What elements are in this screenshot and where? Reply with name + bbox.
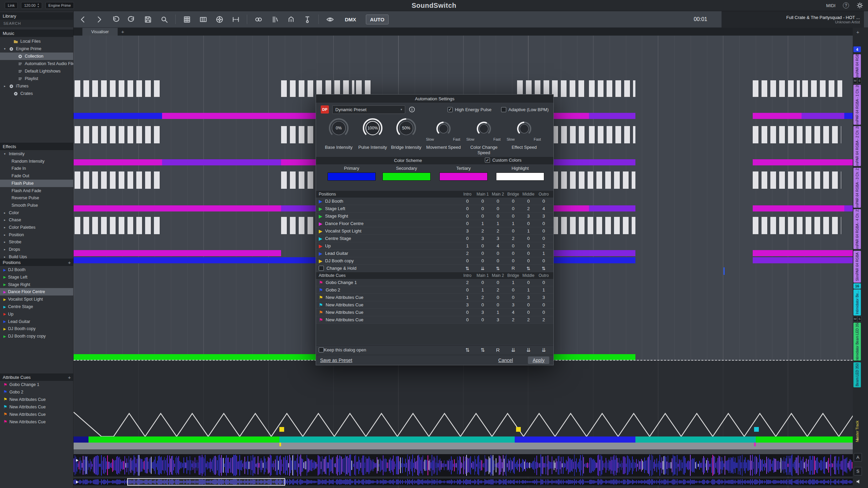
group-arrow-icon[interactable]: ▸ (3, 240, 7, 244)
cue-count-cell[interactable]: 0 (506, 243, 521, 248)
effect-item-flash-and-fade[interactable]: Flash And Fade (0, 187, 74, 195)
position-row[interactable]: ▶DJ Booth000000 (316, 198, 553, 205)
cue-count-cell[interactable]: 0 (536, 280, 551, 285)
cue-count-cell[interactable]: 3 (490, 317, 506, 322)
bridge-intensity-knob[interactable]: 50% (396, 118, 417, 139)
attribute-cue-row[interactable]: ⚑New Attributes Cue031400 (316, 309, 553, 316)
intensity-block[interactable] (75, 171, 162, 189)
cue-count-cell[interactable]: 2 (521, 317, 536, 322)
transition-mode-icon[interactable]: ⇊ (521, 347, 536, 353)
position-item-dj-booth-copy-copy[interactable]: ▶DJ Booth copy copy (0, 332, 74, 340)
color-block[interactable] (753, 205, 844, 211)
grid-icon[interactable] (182, 14, 192, 24)
intensity-block[interactable] (552, 80, 586, 97)
info-icon[interactable] (409, 106, 415, 113)
add-fixture-button[interactable]: + (854, 29, 862, 35)
level-segment[interactable] (635, 436, 756, 443)
level-segment[interactable] (515, 436, 635, 443)
cue-count-cell[interactable]: 0 (475, 251, 490, 256)
cue-count-cell[interactable]: 3 (506, 302, 521, 307)
change-hold-checkbox[interactable]: ✓ (319, 266, 324, 271)
secondary-color-swatch[interactable] (382, 172, 431, 181)
fixture-track[interactable]: SlimPAR 64 RGBA - 3 Ch: 213 (853, 168, 861, 208)
cue-lane[interactable] (74, 443, 853, 449)
level-segment[interactable] (756, 436, 868, 443)
transition-mode-icon[interactable]: ⇅ (475, 347, 490, 353)
preset-dropdown[interactable]: Dynamic Preset ▾ (332, 105, 405, 114)
position-row[interactable]: ▶DJ Booth copy000000 (316, 257, 553, 265)
custom-colors-option[interactable]: ✓ Custom Colors (485, 158, 521, 163)
cue-count-cell[interactable]: 2 (536, 243, 551, 248)
cue-count-cell[interactable]: 0 (475, 302, 490, 307)
link-icon[interactable] (253, 14, 263, 24)
library-header[interactable]: Library (0, 12, 74, 20)
position-row[interactable]: ▶Centre Stage033200 (316, 235, 553, 242)
color-block[interactable] (589, 113, 635, 119)
effects-group-color-palettes[interactable]: ▸Color Palettes (0, 224, 74, 231)
position-item-vocalist-spot-light[interactable]: ▶Vocalist Spot Light (0, 296, 74, 303)
transition-mode-icon[interactable]: R (506, 266, 521, 271)
color-block[interactable] (844, 205, 853, 211)
cue-count-cell[interactable]: 3 (536, 295, 551, 300)
cue-count-cell[interactable]: 0 (506, 206, 521, 211)
cue-count-cell[interactable]: 0 (475, 199, 490, 204)
keep-dialog-option[interactable]: ✓Keep this dialog open (319, 347, 460, 353)
intensity-block[interactable] (589, 126, 635, 143)
cue-count-cell[interactable]: 0 (536, 302, 551, 307)
cue-count-cell[interactable]: 0 (506, 214, 521, 219)
cue-count-cell[interactable]: 3 (521, 295, 536, 300)
cue-count-cell[interactable]: 0 (460, 310, 475, 315)
cue-count-cell[interactable]: 0 (460, 214, 475, 219)
cue-count-cell[interactable]: 0 (506, 199, 521, 204)
cue-marker[interactable] (279, 427, 284, 432)
attribute-cue-row[interactable]: ⚑Gobo 2012011 (316, 286, 553, 294)
cue-count-cell[interactable]: 1 (521, 287, 536, 292)
high-energy-pulse-option[interactable]: ✓ High Energy Pulse (448, 107, 492, 112)
transition-mode-icon[interactable]: ⇅ (521, 266, 536, 271)
add-position-button[interactable]: + (68, 260, 71, 265)
cue-lane-secondary[interactable] (74, 449, 853, 454)
auto-button[interactable]: AUTO (366, 15, 388, 24)
cue-count-cell[interactable]: 0 (490, 302, 506, 307)
cue-count-cell[interactable]: 2 (475, 228, 490, 233)
save-icon[interactable] (143, 14, 153, 24)
measure-icon[interactable] (231, 14, 241, 24)
cue-count-cell[interactable]: 4 (506, 310, 521, 315)
cue-count-cell[interactable]: 0 (521, 302, 536, 307)
cue-count-cell[interactable]: 0 (460, 287, 475, 292)
cue-count-cell[interactable]: 0 (536, 221, 551, 226)
save-as-preset-button[interactable]: Save as Preset (320, 358, 352, 363)
color-change-speed-knob[interactable] (476, 121, 492, 137)
cue-count-cell[interactable]: 0 (536, 228, 551, 233)
cue-count-cell[interactable]: 0 (490, 280, 506, 285)
fixture-track[interactable]: SlimPAR 64 RGBA - 2 Ch: 209 (853, 126, 861, 166)
cue-count-cell[interactable]: 0 (475, 280, 490, 285)
cue-count-cell[interactable]: 1 (506, 221, 521, 226)
custom-colors-checkbox[interactable]: ✓ (485, 158, 490, 163)
color-block[interactable] (844, 113, 853, 119)
mute-button[interactable]: M (853, 316, 857, 322)
intensity-block[interactable] (753, 217, 841, 234)
keys-icon[interactable] (198, 14, 208, 24)
fixture-c-icon[interactable] (302, 14, 312, 24)
color-block[interactable] (554, 257, 635, 263)
color-block[interactable] (74, 159, 162, 165)
cue-count-cell[interactable]: 0 (460, 258, 475, 263)
search-input[interactable]: SEARCH (0, 20, 74, 27)
fixture-track[interactable]: SlimPAR 64 RGBA - 1 Ch: 205 (853, 85, 861, 125)
fixture-track[interactable]: Beam LED 350 (853, 362, 861, 387)
cue-count-cell[interactable]: 1 (490, 310, 506, 315)
cue-count-cell[interactable]: 0 (475, 243, 490, 248)
attribute-cue-row[interactable]: ⚑New Attributes Cue300300 (316, 301, 553, 309)
add-tab-button[interactable]: + (118, 28, 128, 36)
color-block[interactable] (753, 257, 853, 263)
link-button[interactable]: Link (5, 2, 18, 9)
cue-count-cell[interactable]: 1 (521, 228, 536, 233)
effect-item-flash-pulse[interactable]: Flash Pulse (0, 180, 74, 187)
group-arrow-icon[interactable]: ▸ (3, 218, 7, 222)
position-row[interactable]: ▶Stage Right000033 (316, 212, 553, 220)
cue-count-cell[interactable]: 0 (521, 280, 536, 285)
overview-selection[interactable] (127, 478, 285, 486)
color-block[interactable] (554, 250, 635, 256)
cue-count-cell[interactable]: 0 (460, 236, 475, 241)
